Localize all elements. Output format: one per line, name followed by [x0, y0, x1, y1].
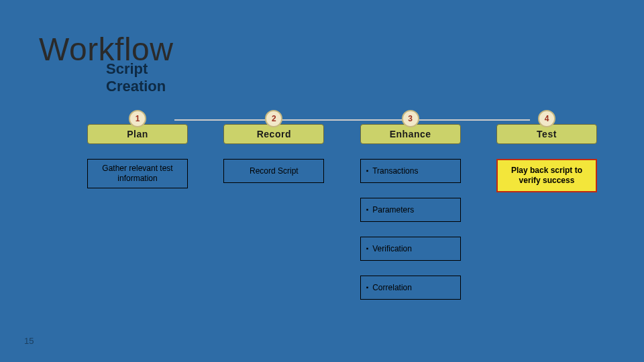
- bullet-icon: ▪: [366, 167, 369, 176]
- stage-label-text: Plan: [127, 129, 148, 139]
- stage-number-badge: 3: [402, 110, 419, 127]
- step-text: Parameters: [372, 205, 414, 215]
- workflow-col-test: 4 Test Play back script to verify succes…: [490, 110, 604, 300]
- stage-number-badge: 4: [538, 110, 555, 127]
- step-text: Correlation: [372, 283, 412, 293]
- stage-number: 4: [545, 114, 549, 123]
- page-number: 15: [24, 336, 34, 346]
- bullet-icon: ▪: [366, 284, 369, 292]
- step-text: Verification: [372, 244, 412, 254]
- workflow-col-record: 2 Record Record Script: [217, 110, 331, 300]
- step-text: Transactions: [372, 166, 418, 176]
- step-box: ▪ Transactions: [360, 159, 461, 183]
- workflow-col-enhance: 3 Enhance ▪ Transactions ▪ Parameters ▪ …: [354, 110, 468, 300]
- workflow-columns: 1 Plan Gather relevant test information …: [80, 110, 604, 300]
- stage-label-text: Enhance: [390, 129, 431, 139]
- stage-label-text: Test: [537, 129, 557, 139]
- step-box: ▪ Parameters: [360, 198, 461, 222]
- slide-title-block: Workflow Script Creation: [39, 34, 173, 66]
- step-box: Gather relevant test information: [87, 159, 188, 188]
- bullet-icon: ▪: [366, 245, 369, 253]
- stage-number: 3: [408, 114, 413, 123]
- stage-label-text: Record: [257, 129, 291, 139]
- stage-number: 1: [136, 114, 140, 123]
- step-box: ▪ Correlation: [360, 276, 461, 300]
- workflow-col-plan: 1 Plan Gather relevant test information: [80, 110, 195, 300]
- bullet-icon: ▪: [366, 206, 369, 215]
- stage-number-badge: 1: [129, 110, 146, 127]
- step-box: Record Script: [223, 159, 324, 183]
- step-text: Play back script to verify success: [502, 166, 592, 186]
- step-box-highlight: Play back script to verify success: [496, 159, 597, 192]
- step-text: Record Script: [250, 166, 299, 176]
- step-text: Gather relevant test information: [93, 164, 182, 184]
- stage-number: 2: [272, 114, 276, 123]
- slide-subtitle: Script Creation: [106, 60, 173, 95]
- step-box: ▪ Verification: [360, 237, 461, 261]
